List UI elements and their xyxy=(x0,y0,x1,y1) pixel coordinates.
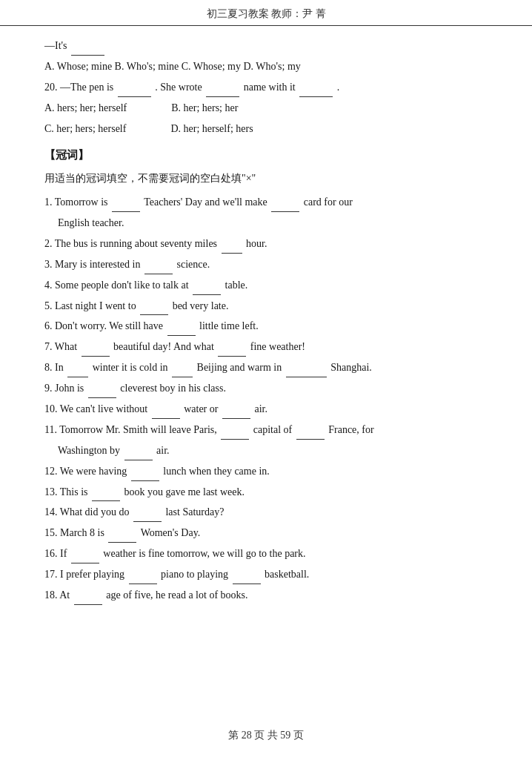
q6-line: 6. Don't worry. We still have little tim… xyxy=(44,317,488,336)
q18-blank xyxy=(74,604,102,605)
q13-blank xyxy=(92,500,120,501)
page-content: —It's A. Whose; mine B. Who's; mine C. W… xyxy=(0,26,532,644)
q10-blank2 xyxy=(222,418,250,419)
q19-stem-line: —It's xyxy=(44,36,488,56)
q1-line2: English teacher. xyxy=(44,214,488,233)
q11-line2: Washington by air. xyxy=(44,441,488,460)
q13-line: 13. This is book you gave me last week. xyxy=(44,483,488,502)
q16-line: 16. If weather is fine tomorrow, we will… xyxy=(44,544,488,563)
q14-blank xyxy=(133,521,162,522)
q5-blank xyxy=(140,314,168,315)
q1-blank2 xyxy=(271,211,299,212)
q19-blank xyxy=(71,55,104,56)
q9-blank xyxy=(88,397,116,398)
q15-line: 15. March 8 is Women's Day. xyxy=(44,523,488,543)
q15-blank xyxy=(108,542,136,543)
q11-blank2 xyxy=(296,439,325,440)
q8-line: 8. In winter it is cold in Beijing and w… xyxy=(44,358,488,377)
q8-blank3 xyxy=(286,377,327,377)
q20-blank1 xyxy=(118,96,151,97)
q18-line: 18. At age of five, he read a lot of boo… xyxy=(44,586,488,605)
q12-blank xyxy=(131,480,159,481)
q19-options: A. Whose; mine B. Who's; mine C. Whose; … xyxy=(44,57,488,76)
q20-blank3 xyxy=(299,96,333,97)
q16-blank xyxy=(71,563,99,563)
q3-line: 3. Mary is interested in science. xyxy=(44,255,488,274)
q20-blank2 xyxy=(206,96,239,97)
q20-stem-text: 20. —The pen is xyxy=(44,82,113,93)
q11-line1: 11. Tomorrow Mr. Smith will leave Paris,… xyxy=(44,420,488,440)
header-title: 初三夏习教案 教师：尹 菁 xyxy=(207,8,326,19)
q6-blank xyxy=(167,335,196,336)
q11-blank3 xyxy=(124,460,153,460)
q4-line: 4. Some people don't like to talk at tab… xyxy=(44,276,488,295)
q10-blank1 xyxy=(152,418,180,419)
section-desc: 用适当的冠词填空，不需要冠词的空白处填"×" xyxy=(44,169,488,188)
q12-line: 12. We were having lunch when they came … xyxy=(44,462,488,481)
page-footer: 第 28 页 共 59 页 xyxy=(0,729,532,742)
q19-stem-text: —It's xyxy=(44,40,67,51)
q5-line: 5. Last night I went to bed very late. xyxy=(44,297,488,316)
q8-blank2 xyxy=(172,377,193,377)
q20-options-row1: A. hers; her; herself B. her; hers; her xyxy=(44,99,488,118)
q1-blank1 xyxy=(112,211,140,212)
q8-blank1 xyxy=(67,377,88,377)
page-header: 初三夏习教案 教师：尹 菁 xyxy=(0,0,532,26)
section-title: 【冠词】 xyxy=(44,145,488,166)
q3-blank xyxy=(144,274,173,274)
q10-line: 10. We can't live without water or air. xyxy=(44,400,488,419)
q7-line: 7. What beautiful day! And what fine wea… xyxy=(44,337,488,357)
q20-stem-line: 20. —The pen is . She wrote name with it… xyxy=(44,78,488,97)
q11-blank1 xyxy=(221,439,249,440)
q2-blank xyxy=(222,253,242,254)
q17-line: 17. I prefer playing piano to playing ba… xyxy=(44,565,488,584)
q9-line: 9. John is cleverest boy in his class. xyxy=(44,379,488,398)
q2-line: 2. The bus is running about seventy mile… xyxy=(44,234,488,254)
q7-blank1 xyxy=(82,356,110,357)
footer-text: 第 28 页 共 59 页 xyxy=(228,730,304,741)
q7-blank2 xyxy=(218,356,246,357)
q14-line: 14. What did you do last Saturday? xyxy=(44,503,488,522)
q1-line: 1. Tomorrow is Teachers' Day and we'll m… xyxy=(44,193,488,212)
q17-blank2 xyxy=(233,584,261,584)
q20-options-row2: C. her; hers; herself D. her; herself; h… xyxy=(44,119,488,139)
q17-blank1 xyxy=(129,584,157,584)
q4-blank xyxy=(193,294,221,295)
